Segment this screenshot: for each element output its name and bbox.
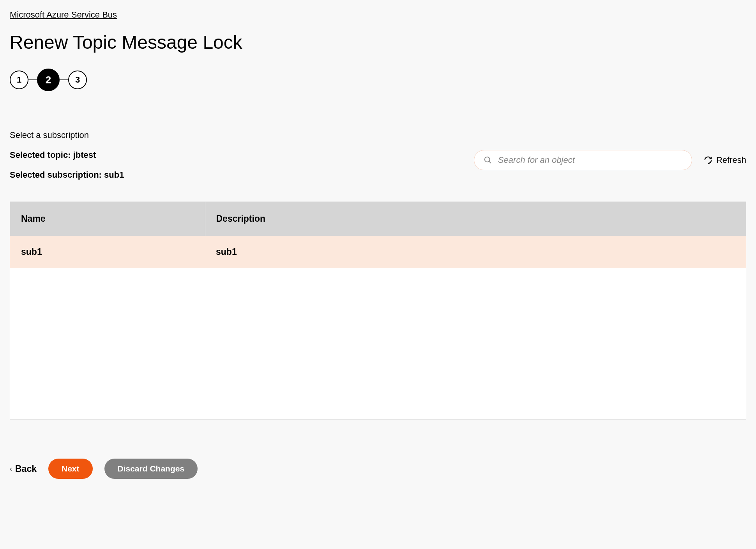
step-connector	[60, 79, 68, 80]
search-icon	[484, 156, 492, 164]
table-header-description[interactable]: Description	[205, 202, 746, 236]
page-title: Renew Topic Message Lock	[10, 32, 746, 53]
search-input[interactable]	[498, 155, 682, 165]
refresh-button[interactable]: Refresh	[704, 155, 746, 165]
step-2[interactable]: 2	[37, 69, 60, 91]
stepper: 1 2 3	[10, 69, 746, 91]
table-cell-description: sub1	[205, 236, 746, 268]
refresh-icon	[704, 156, 712, 164]
table-container: Name Description sub1 sub1	[10, 201, 746, 420]
discard-button[interactable]: Discard Changes	[104, 459, 198, 479]
table-header-name[interactable]: Name	[10, 202, 205, 236]
selected-subscription: Selected subscription: sub1	[10, 170, 474, 180]
step-3[interactable]: 3	[68, 71, 87, 89]
chevron-left-icon: ‹	[10, 465, 12, 473]
table-row[interactable]: sub1 sub1	[10, 236, 746, 268]
section-label: Select a subscription	[10, 130, 746, 140]
step-connector	[28, 79, 37, 80]
subscriptions-table: Name Description sub1 sub1	[10, 202, 746, 268]
step-1[interactable]: 1	[10, 71, 28, 89]
next-button[interactable]: Next	[48, 459, 93, 479]
selected-topic: Selected topic: jbtest	[10, 150, 474, 160]
svg-line-1	[489, 161, 491, 164]
svg-point-0	[485, 157, 490, 162]
search-box[interactable]	[474, 150, 692, 170]
footer-buttons: ‹ Back Next Discard Changes	[10, 459, 746, 479]
back-button[interactable]: ‹ Back	[10, 464, 37, 474]
back-button-label: Back	[15, 464, 37, 474]
refresh-label: Refresh	[716, 155, 746, 165]
breadcrumb-link[interactable]: Microsoft Azure Service Bus	[10, 10, 117, 20]
table-cell-name: sub1	[10, 236, 205, 268]
